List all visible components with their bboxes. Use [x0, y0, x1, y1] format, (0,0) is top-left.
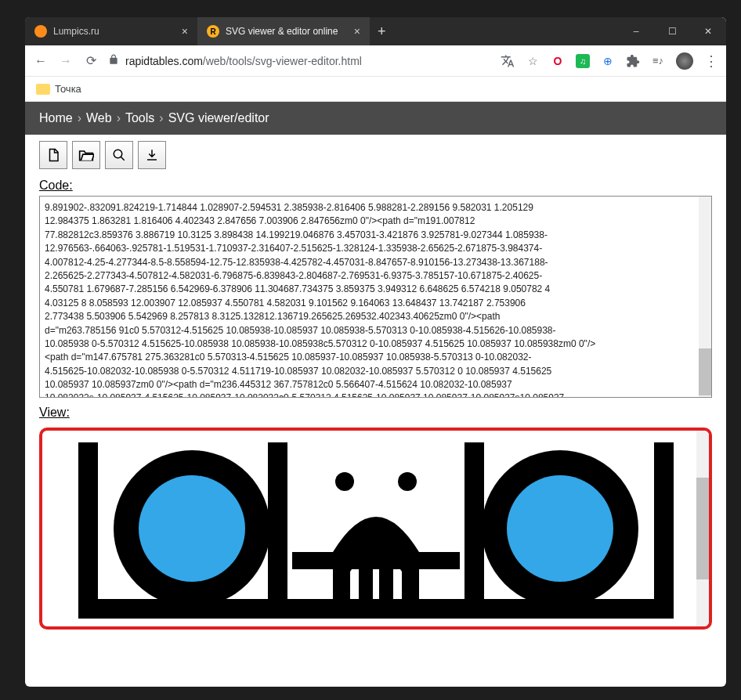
svg-rect-2 — [654, 442, 674, 615]
close-icon[interactable]: × — [182, 25, 188, 38]
tab-title: Lumpics.ru — [53, 26, 99, 37]
extension-icons: ☆ O ♫ ⊕ ≡♪ ⋮ — [501, 52, 718, 70]
content-area: Code: 9.891902-.832091.824219-1.714844 1… — [25, 175, 726, 687]
close-button[interactable]: ✕ — [690, 17, 726, 45]
chevron-right-icon: › — [159, 111, 163, 125]
close-icon[interactable]: × — [354, 25, 360, 38]
zoom-button[interactable] — [105, 141, 133, 169]
titlebar: Lumpics.ru × R SVG viewer & editor onlin… — [25, 17, 726, 45]
scrollbar-thumb[interactable] — [696, 478, 709, 579]
globe-icon[interactable]: ⊕ — [601, 54, 615, 68]
tabs: Lumpics.ru × R SVG viewer & editor onlin… — [25, 17, 618, 45]
rendered-svg — [70, 435, 681, 622]
tab-svg-viewer[interactable]: R SVG viewer & editor online × — [197, 17, 370, 45]
back-button[interactable]: ← — [33, 53, 49, 69]
url-domain: rapidtables.com — [125, 55, 203, 67]
code-label: Code: — [39, 179, 712, 193]
editor-toolbar — [25, 135, 726, 175]
view-label: View: — [39, 406, 712, 420]
breadcrumb: Home › Web › Tools › SVG viewer/editor — [25, 102, 726, 135]
address-bar: ← → ⟳ rapidtables.com/web/tools/svg-view… — [25, 45, 726, 77]
forward-button[interactable]: → — [58, 53, 74, 69]
reload-button[interactable]: ⟳ — [83, 53, 99, 69]
opera-icon[interactable]: O — [551, 54, 565, 68]
svg-point-9 — [507, 475, 613, 582]
chevron-right-icon: › — [117, 111, 121, 125]
tab-lumpics[interactable]: Lumpics.ru × — [25, 17, 197, 45]
favicon-rapidtables: R — [207, 25, 219, 38]
breadcrumb-web[interactable]: Web — [86, 111, 112, 125]
browser-window: Lumpics.ru × R SVG viewer & editor onlin… — [25, 17, 726, 687]
menu-icon[interactable]: ⋮ — [704, 54, 718, 68]
breadcrumb-home[interactable]: Home — [39, 111, 73, 125]
star-icon[interactable]: ☆ — [526, 54, 540, 68]
svg-point-11 — [398, 472, 417, 491]
new-tab-button[interactable]: + — [370, 17, 394, 45]
download-button[interactable] — [138, 141, 166, 169]
breadcrumb-tools[interactable]: Tools — [125, 111, 154, 125]
scrollbar[interactable] — [699, 197, 711, 397]
breadcrumb-current: SVG viewer/editor — [168, 111, 269, 125]
code-textarea[interactable]: 9.891902-.832091.824219-1.714844 1.02890… — [39, 196, 712, 398]
svg-rect-4 — [268, 442, 287, 615]
svg-point-0 — [114, 150, 122, 158]
svg-preview — [39, 428, 712, 630]
url-path: /web/tools/svg-viewer-editor.html — [203, 55, 362, 67]
svg-point-7 — [139, 475, 245, 582]
scrollbar[interactable] — [696, 431, 709, 626]
svg-rect-13 — [379, 566, 393, 619]
translate-icon[interactable] — [501, 54, 515, 68]
scrollbar-thumb[interactable] — [699, 348, 711, 395]
avatar[interactable] — [676, 52, 693, 70]
minimize-button[interactable]: – — [618, 17, 654, 45]
favicon-lumpics — [34, 25, 47, 38]
url-field[interactable]: rapidtables.com/web/tools/svg-viewer-edi… — [108, 54, 491, 67]
maximize-button[interactable]: ☐ — [654, 17, 690, 45]
bookmark-item[interactable]: Точка — [55, 83, 81, 95]
code-content: 9.891902-.832091.824219-1.714844 1.02890… — [45, 201, 707, 398]
svg-rect-14 — [292, 552, 460, 569]
chevron-right-icon: › — [78, 111, 81, 125]
svg-point-10 — [335, 472, 354, 491]
window-controls: – ☐ ✕ — [618, 17, 726, 45]
lock-icon — [108, 54, 119, 67]
playlist-icon[interactable]: ≡♪ — [651, 54, 665, 68]
open-file-button[interactable] — [72, 141, 100, 169]
svg-rect-12 — [359, 566, 373, 619]
extensions-icon[interactable] — [626, 54, 640, 68]
svg-rect-5 — [464, 442, 484, 615]
folder-icon — [36, 84, 50, 95]
tab-title: SVG viewer & editor online — [226, 26, 338, 37]
bookmarks-bar: Точка — [25, 77, 726, 102]
svg-rect-1 — [78, 442, 98, 615]
music-icon[interactable]: ♫ — [576, 54, 590, 68]
new-file-button[interactable] — [39, 141, 67, 169]
